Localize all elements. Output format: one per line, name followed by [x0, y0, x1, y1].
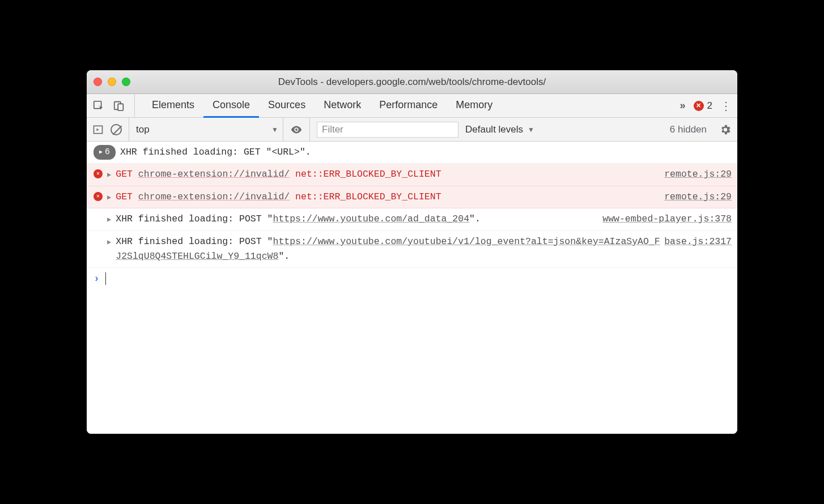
tab-elements[interactable]: Elements: [143, 95, 203, 118]
expand-caret-icon[interactable]: ▶: [107, 193, 111, 203]
log-message: GET chrome-extension://invalid/ net::ERR…: [116, 190, 664, 204]
error-indicator[interactable]: 2: [694, 100, 712, 112]
inspect-element-icon[interactable]: [92, 100, 105, 112]
hidden-messages-count[interactable]: 6 hidden: [670, 124, 712, 135]
log-suffix: ".: [469, 213, 481, 224]
live-expression-icon[interactable]: [290, 123, 303, 136]
badge-value: 6: [105, 146, 110, 159]
filter-input[interactable]: [317, 122, 458, 138]
tab-label: Elements: [152, 99, 194, 111]
maximize-window-button[interactable]: [122, 78, 130, 86]
prompt-chevron-icon: ›: [94, 273, 100, 284]
log-prefix: XHR finished loading: POST ": [116, 213, 273, 224]
error-icon: [94, 169, 103, 178]
error-code: net::ERR_BLOCKED_BY_CLIENT: [295, 169, 441, 180]
devtools-window: DevTools - developers.google.com/web/too…: [87, 70, 737, 434]
more-tabs-icon[interactable]: »: [680, 100, 686, 112]
console-toolbar: top ▼ Default levels ▼ 6 hidden: [87, 118, 737, 142]
context-selector[interactable]: top ▼: [136, 118, 283, 141]
device-toolbar-icon[interactable]: [113, 100, 125, 112]
request-url[interactable]: https://www.youtube.com/ad_data_204: [273, 213, 469, 224]
close-window-button[interactable]: [94, 78, 102, 86]
http-method: GET: [116, 191, 133, 202]
log-prefix: XHR finished loading: POST ": [116, 236, 273, 247]
tab-console[interactable]: Console: [203, 95, 259, 118]
tab-label: Network: [324, 99, 361, 111]
main-tabs-bar: Elements Console Sources Network Perform…: [87, 94, 737, 118]
window-title: DevTools - developers.google.com/web/too…: [87, 76, 737, 88]
log-suffix: ".: [278, 251, 290, 262]
text-cursor: [105, 272, 106, 285]
error-count-value: 2: [707, 100, 712, 112]
minimize-window-button[interactable]: [108, 78, 116, 86]
tab-label: Sources: [268, 99, 305, 111]
tab-memory[interactable]: Memory: [447, 95, 502, 118]
log-message: XHR finished loading: POST "https://www.…: [116, 234, 664, 264]
window-titlebar: DevTools - developers.google.com/web/too…: [87, 70, 737, 94]
error-code: net::ERR_BLOCKED_BY_CLIENT: [295, 191, 441, 202]
tab-network[interactable]: Network: [315, 95, 370, 118]
expand-caret-icon[interactable]: ▶: [107, 170, 111, 181]
clear-console-icon[interactable]: [111, 124, 122, 135]
log-entry-grouped[interactable]: ▶6 XHR finished loading: GET "<URL>".: [87, 142, 737, 164]
tab-label: Console: [213, 99, 250, 111]
caret-right-icon: ▶: [99, 148, 103, 157]
context-value: top: [136, 124, 150, 135]
log-entry-error[interactable]: ▶ GET chrome-extension://invalid/ net::E…: [87, 186, 737, 208]
tab-sources[interactable]: Sources: [259, 95, 315, 118]
source-link[interactable]: base.js:2317: [664, 234, 732, 249]
tab-label: Performance: [379, 99, 438, 111]
log-entry-error[interactable]: ▶ GET chrome-extension://invalid/ net::E…: [87, 164, 737, 186]
http-method: GET: [116, 169, 133, 180]
traffic-lights: [94, 78, 130, 86]
expand-caret-icon[interactable]: ▶: [107, 237, 111, 248]
console-output: ▶6 XHR finished loading: GET "<URL>". ▶ …: [87, 142, 737, 434]
request-url[interactable]: chrome-extension://invalid/: [138, 191, 290, 202]
source-link[interactable]: www-embed-player.js:378: [602, 212, 732, 227]
levels-label: Default levels: [465, 124, 523, 135]
source-link[interactable]: remote.js:29: [664, 190, 732, 204]
tab-performance[interactable]: Performance: [370, 95, 447, 118]
log-levels-selector[interactable]: Default levels ▼: [465, 118, 541, 141]
expand-caret-icon[interactable]: ▶: [107, 215, 111, 225]
source-link[interactable]: remote.js:29: [664, 167, 732, 182]
log-entry[interactable]: ▶ XHR finished loading: POST "https://ww…: [87, 208, 737, 230]
console-prompt[interactable]: ›: [87, 268, 737, 289]
log-message: XHR finished loading: GET "<URL>".: [120, 145, 732, 160]
svg-rect-2: [118, 104, 123, 110]
toggle-panel-icon[interactable]: [92, 124, 104, 135]
request-url[interactable]: chrome-extension://invalid/: [138, 169, 290, 180]
log-message: XHR finished loading: POST "https://www.…: [116, 212, 602, 227]
log-message: GET chrome-extension://invalid/ net::ERR…: [116, 167, 664, 182]
chevron-down-icon: ▼: [528, 126, 534, 134]
more-options-icon[interactable]: ⋮: [720, 99, 732, 113]
error-icon: [694, 101, 704, 111]
chevron-down-icon: ▼: [271, 126, 278, 134]
console-settings-icon[interactable]: [719, 123, 732, 136]
tab-label: Memory: [456, 99, 492, 111]
error-icon: [94, 192, 103, 201]
repeat-count-badge[interactable]: ▶6: [94, 145, 116, 160]
log-entry[interactable]: ▶ XHR finished loading: POST "https://ww…: [87, 231, 737, 268]
